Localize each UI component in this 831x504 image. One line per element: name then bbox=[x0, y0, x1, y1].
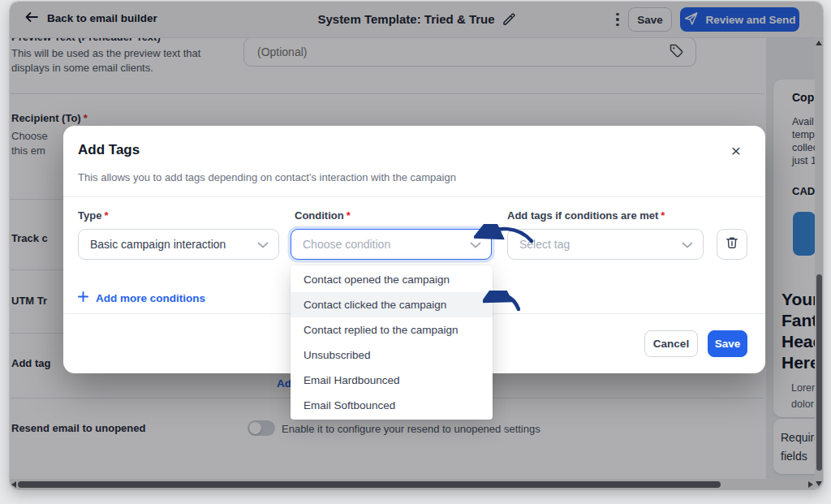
close-icon[interactable]: × bbox=[726, 140, 747, 162]
annotation-arrow-2 bbox=[483, 291, 520, 312]
dropdown-item[interactable]: Email Softbounced bbox=[291, 393, 493, 418]
tags-label: Add tags if conditions are met* bbox=[507, 209, 665, 222]
modal-divider bbox=[63, 196, 765, 197]
plus-icon bbox=[78, 291, 88, 304]
annotation-arrow-1 bbox=[474, 224, 534, 250]
dropdown-item[interactable]: Contact opened the campaign bbox=[291, 267, 493, 292]
dropdown-item[interactable]: Contact replied to the campaign bbox=[291, 317, 493, 342]
modal-save-button[interactable]: Save bbox=[708, 330, 747, 357]
type-label: Type* bbox=[78, 209, 108, 222]
app-window: Preview Text (Preheader Text) This will … bbox=[10, 2, 823, 489]
cancel-button[interactable]: Cancel bbox=[644, 330, 698, 357]
dropdown-item-highlighted[interactable]: Contact clicked the campaign bbox=[291, 292, 493, 317]
select-tag-select[interactable]: Select tag bbox=[507, 229, 704, 260]
condition-label: Condition* bbox=[295, 209, 351, 222]
dropdown-item[interactable]: Unsubscribed bbox=[291, 342, 493, 368]
modal-subtitle: This allows you to add tags depending on… bbox=[78, 171, 456, 183]
chevron-down-icon bbox=[682, 238, 693, 251]
modal-title: Add Tags bbox=[78, 142, 140, 158]
dropdown-item[interactable]: Email Hardbounced bbox=[291, 368, 493, 393]
chevron-down-icon bbox=[257, 238, 269, 251]
type-select[interactable]: Basic campaign interaction bbox=[78, 229, 279, 260]
add-more-conditions-link[interactable]: Add more conditions bbox=[78, 291, 205, 304]
trash-icon bbox=[725, 235, 739, 253]
condition-select[interactable]: Choose condition bbox=[291, 229, 492, 260]
delete-condition-button[interactable] bbox=[717, 229, 747, 260]
condition-dropdown-menu: Contact opened the campaign Contact clic… bbox=[291, 265, 493, 420]
